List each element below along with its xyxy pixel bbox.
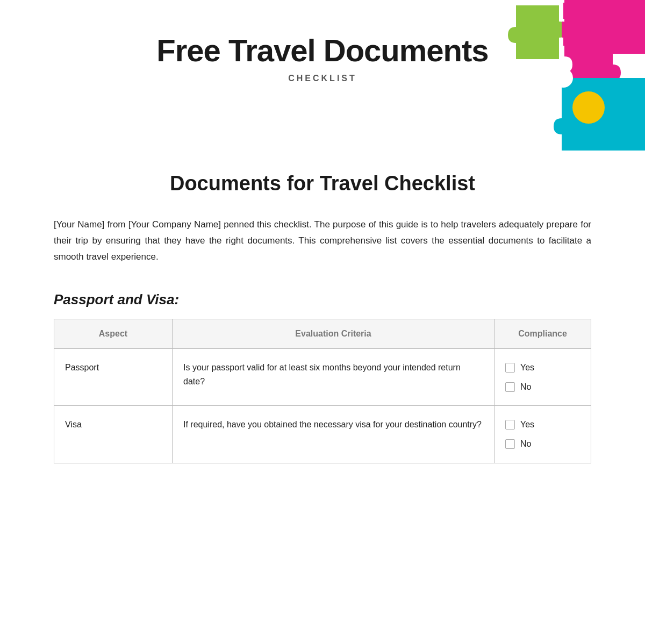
- subtitle: CHECKLIST: [0, 74, 645, 83]
- content-area: Documents for Travel Checklist [Your Nam…: [0, 151, 645, 496]
- table-row: VisaIf required, have you obtained the n…: [54, 406, 591, 463]
- checkbox-yes-0[interactable]: [505, 363, 515, 373]
- compliance-item-yes-1: Yes: [505, 418, 580, 432]
- cell-criteria-0: Is your passport valid for at least six …: [173, 349, 494, 406]
- main-title: Free Travel Documents: [0, 32, 645, 68]
- header-criteria: Evaluation Criteria: [173, 319, 494, 349]
- page-container: Free Travel Documents CHECKLIST: [0, 0, 645, 644]
- checklist-title: Documents for Travel Checklist: [54, 172, 591, 195]
- table-header-row: Aspect Evaluation Criteria Compliance: [54, 319, 591, 349]
- svg-point-1: [572, 91, 605, 124]
- checkbox-no-0[interactable]: [505, 382, 515, 392]
- compliance-item-yes-0: Yes: [505, 361, 580, 375]
- cell-compliance-1: YesNo: [494, 406, 591, 463]
- cell-compliance-0: YesNo: [494, 349, 591, 406]
- compliance-label-no-0: No: [520, 380, 531, 394]
- section-title: Passport and Visa:: [54, 291, 591, 308]
- header-aspect: Aspect: [54, 319, 173, 349]
- compliance-item-no-1: No: [505, 437, 580, 451]
- table-row: PassportIs your passport valid for at le…: [54, 349, 591, 406]
- compliance-label-no-1: No: [520, 437, 531, 451]
- checklist-table: Aspect Evaluation Criteria Compliance Pa…: [54, 319, 591, 463]
- checkbox-no-1[interactable]: [505, 439, 515, 449]
- cell-criteria-1: If required, have you obtained the neces…: [173, 406, 494, 463]
- compliance-label-yes-1: Yes: [520, 418, 534, 432]
- header-compliance: Compliance: [494, 319, 591, 349]
- cell-aspect-0: Passport: [54, 349, 173, 406]
- compliance-label-yes-0: Yes: [520, 361, 534, 375]
- compliance-item-no-0: No: [505, 380, 580, 394]
- cell-aspect-1: Visa: [54, 406, 173, 463]
- intro-text: [Your Name] from [Your Company Name] pen…: [54, 217, 591, 264]
- checkbox-yes-1[interactable]: [505, 420, 515, 430]
- header-text-area: Free Travel Documents CHECKLIST: [0, 32, 645, 83]
- header-area: Free Travel Documents CHECKLIST: [0, 0, 645, 151]
